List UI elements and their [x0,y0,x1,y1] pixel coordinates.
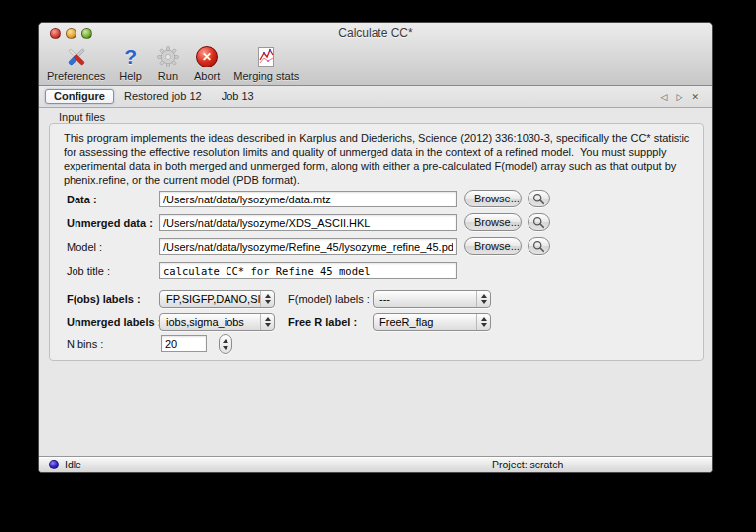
toolbar-label: Run [158,70,178,82]
selected-value: --- [374,293,476,305]
tab-job-13[interactable]: Job 13 [212,89,264,104]
model-file-input[interactable] [159,238,457,255]
toolbar-label: Abort [194,70,220,82]
magnifier-icon [532,216,545,229]
app-window: Calculate CC* Preferen [38,22,713,473]
tab-close-icon[interactable]: ✕ [691,92,699,102]
tab-scroll-right-icon[interactable]: ▷ [677,92,683,102]
tools-icon [65,44,88,69]
input-files-groupbox: This program implements the ideas descri… [49,123,704,361]
unmerged-labels-select[interactable]: iobs,sigma_iobs [159,313,275,331]
unmerged-data-row: Unmerged data : Browse... [50,214,703,234]
model-label: Model : [67,241,102,253]
magnifier-icon [532,240,545,253]
section-label: Input files [59,111,105,123]
tab-configure[interactable]: Configure [45,89,114,104]
question-icon: ? [124,44,137,69]
selected-value: iobs,sigma_iobs [160,316,260,328]
n-bins-row: N bins : [50,335,703,355]
n-bins-stepper[interactable] [219,334,232,354]
window-chrome: Calculate CC* Preferen [39,23,712,86]
program-description: This program implements the ideas descri… [64,131,691,187]
free-r-label-select[interactable]: FreeR_flag [373,313,491,331]
unmerged-labels-row: Unmerged labels : iobs,sigma_iobs Free R… [50,313,703,332]
project-label: Project: scratch [492,459,563,470]
toolbar-item-help[interactable]: ? Help [119,44,142,82]
n-bins-label: N bins : [67,338,103,350]
toolbar-item-abort[interactable]: ✕ Abort [194,44,220,82]
title-bar[interactable]: Calculate CC* [39,23,712,43]
job-title-label: Job title : [67,265,110,277]
job-title-row: Job title : [50,262,703,282]
browse-model-button[interactable]: Browse... [464,237,522,255]
status-text: Idle [65,459,81,470]
obs-labels-row: F(obs) labels : FP,SIGFP,DANO,SI... F(mo… [50,290,703,310]
model-row: Model : Browse... [50,238,703,258]
window-title: Calculate CC* [39,26,712,40]
popup-arrows-icon [476,314,490,330]
popup-arrows-icon [260,291,274,307]
fmodel-labels-label: F(model) labels : [288,293,370,305]
popup-arrows-icon [476,291,490,307]
toolbar-item-preferences[interactable]: Preferences [47,44,105,82]
selected-value: FP,SIGFP,DANO,SI... [160,293,260,305]
browse-data-button[interactable]: Browse... [464,190,522,207]
n-bins-input[interactable] [161,335,207,352]
inspect-unmerged-data-button[interactable] [528,213,550,231]
tab-restored-job-12[interactable]: Restored job 12 [114,89,212,104]
status-orb-icon [49,460,59,469]
fobs-labels-select[interactable]: FP,SIGFP,DANO,SI... [159,290,275,308]
toolbar: Preferences ? Help [47,44,299,82]
job-title-input[interactable] [159,262,457,279]
browse-unmerged-data-button[interactable]: Browse... [464,213,522,231]
selected-value: FreeR_flag [374,316,476,328]
tab-bar: Configure Restored job 12 Job 13 ◁ ▷ ✕ [39,86,712,108]
chart-icon [256,44,276,69]
fmodel-labels-select[interactable]: --- [373,290,491,308]
toolbar-label: Help [119,70,142,82]
main-panel: Input files This program implements the … [39,108,712,456]
unmerged-data-file-input[interactable] [159,214,457,231]
status-bar: Idle Project: scratch [39,456,712,472]
fobs-labels-label: F(obs) labels : [67,293,141,305]
tab-scroll-left-icon[interactable]: ◁ [661,92,668,102]
inspect-data-button[interactable] [528,190,550,207]
toolbar-label: Merging stats [233,70,299,82]
stop-x-icon: ✕ [196,44,218,69]
toolbar-label: Preferences [47,70,105,82]
free-r-label-label: Free R label : [288,316,357,328]
inspect-model-button[interactable] [528,237,550,255]
toolbar-item-merging-stats[interactable]: Merging stats [233,44,299,82]
unmerged-data-label: Unmerged data : [67,217,153,229]
popup-arrows-icon [260,314,274,330]
unmerged-labels-label: Unmerged labels : [67,316,161,328]
magnifier-icon [532,193,545,205]
data-label: Data : [67,194,97,205]
data-file-input[interactable] [159,191,457,207]
toolbar-item-run[interactable]: Run [156,44,180,82]
data-row: Data : Browse... [50,191,703,210]
gear-icon [156,44,180,69]
